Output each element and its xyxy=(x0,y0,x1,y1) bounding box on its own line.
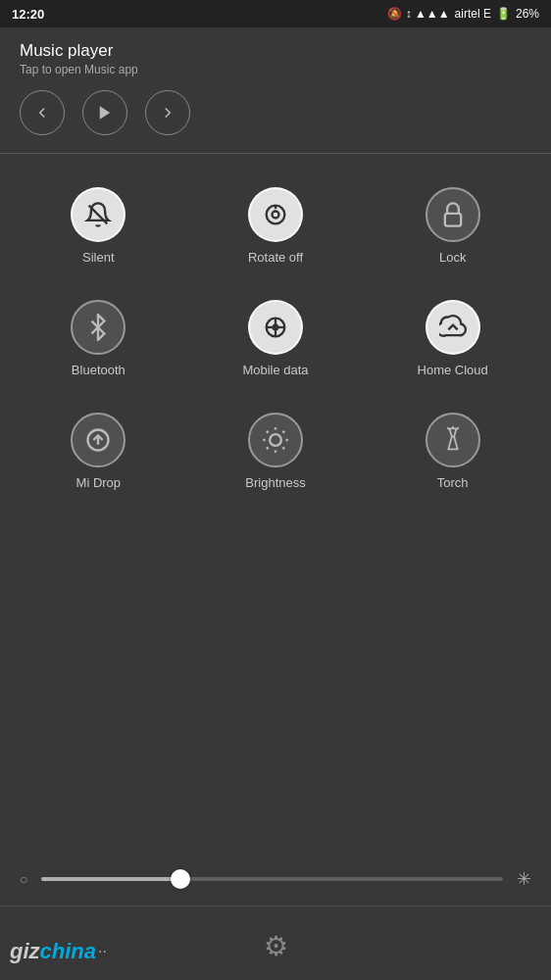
status-bar: 12:20 🔕 ↕ ▲▲▲ airtel E 🔋 26% xyxy=(0,0,551,27)
mobile-data-icon-wrap xyxy=(248,300,303,355)
brightness-slider[interactable] xyxy=(41,877,503,881)
qs-brightness[interactable]: Brightness xyxy=(187,397,365,500)
svg-line-17 xyxy=(282,447,284,449)
brightness-icon-wrap xyxy=(248,413,303,467)
mobile-data-label: Mobile data xyxy=(242,363,308,377)
watermark-giz: giz xyxy=(10,939,40,964)
home-cloud-icon-wrap xyxy=(426,300,480,355)
svg-marker-0 xyxy=(100,106,111,120)
rotate-off-label: Rotate off xyxy=(248,250,303,265)
svg-point-13 xyxy=(270,434,281,446)
status-time: 12:20 xyxy=(12,7,44,22)
play-button[interactable] xyxy=(82,90,127,135)
qs-lock[interactable]: Lock xyxy=(364,172,541,274)
brightness-fill xyxy=(41,877,179,881)
music-player-title: Music player xyxy=(20,41,531,61)
next-button[interactable] xyxy=(145,90,190,135)
status-right: 🔕 ↕ ▲▲▲ airtel E 🔋 26% xyxy=(387,7,539,21)
qs-grid: Silent Rotate off xyxy=(10,172,541,500)
brightness-slider-row: ○ ✳ xyxy=(0,858,551,900)
lock-icon-wrap xyxy=(426,187,480,242)
brightness-min-icon: ○ xyxy=(20,871,27,887)
brightness-max-icon: ✳ xyxy=(517,868,531,890)
quick-settings: Silent Rotate off xyxy=(0,162,551,853)
svg-point-7 xyxy=(274,325,278,330)
torch-label: Torch xyxy=(437,475,469,490)
rotate-off-icon xyxy=(262,201,289,228)
divider-music xyxy=(0,153,551,154)
lock-label: Lock xyxy=(439,250,466,265)
torch-icon xyxy=(439,426,467,454)
qs-rotate-off[interactable]: Rotate off xyxy=(187,172,365,274)
brightness-qs-icon xyxy=(262,426,289,454)
silent-icon xyxy=(84,201,112,228)
bluetooth-icon xyxy=(84,314,112,341)
watermark-china: china xyxy=(40,939,96,964)
watermark: giz china ·· xyxy=(10,939,107,964)
rotate-off-icon-wrap xyxy=(248,187,303,242)
music-player-subtitle: Tap to open Music app xyxy=(20,63,531,76)
qs-bluetooth[interactable]: Bluetooth xyxy=(10,284,187,387)
bluetooth-icon-wrap xyxy=(71,300,125,355)
svg-point-3 xyxy=(272,212,278,219)
mi-drop-icon xyxy=(84,426,112,454)
mi-drop-icon-wrap xyxy=(71,413,125,467)
battery-level: 26% xyxy=(516,7,539,21)
music-player: Music player Tap to open Music app xyxy=(0,27,551,145)
svg-rect-5 xyxy=(444,214,460,226)
music-controls xyxy=(20,90,531,135)
silent-icon-wrap xyxy=(71,187,125,242)
svg-line-21 xyxy=(282,431,284,433)
mobile-data-icon xyxy=(262,314,289,341)
prev-button[interactable] xyxy=(20,90,65,135)
watermark-dots: ·· xyxy=(98,943,107,960)
home-cloud-icon xyxy=(439,314,467,341)
divider-brightness xyxy=(0,906,551,906)
qs-torch[interactable]: Torch xyxy=(364,397,541,500)
lock-icon xyxy=(439,201,467,228)
svg-line-20 xyxy=(267,447,269,449)
settings-icon[interactable]: ⚙ xyxy=(264,930,288,962)
battery-icon: 🔋 xyxy=(496,7,511,21)
silent-label: Silent xyxy=(82,250,115,265)
home-cloud-label: Home Cloud xyxy=(418,363,488,377)
qs-mobile-data[interactable]: Mobile data xyxy=(187,284,365,387)
qs-home-cloud[interactable]: Home Cloud xyxy=(364,284,541,387)
brightness-thumb[interactable] xyxy=(171,869,190,889)
qs-mi-drop[interactable]: Mi Drop xyxy=(10,397,187,500)
brightness-label: Brightness xyxy=(245,475,305,490)
status-icons: 🔕 ↕ ▲▲▲ xyxy=(387,7,449,21)
status-carrier: airtel E xyxy=(455,7,491,21)
torch-icon-wrap xyxy=(426,413,480,467)
qs-silent[interactable]: Silent xyxy=(10,172,187,274)
bluetooth-label: Bluetooth xyxy=(72,363,125,377)
notification-panel: Music player Tap to open Music app xyxy=(0,27,551,980)
svg-line-16 xyxy=(267,431,269,433)
mi-drop-label: Mi Drop xyxy=(76,475,122,490)
